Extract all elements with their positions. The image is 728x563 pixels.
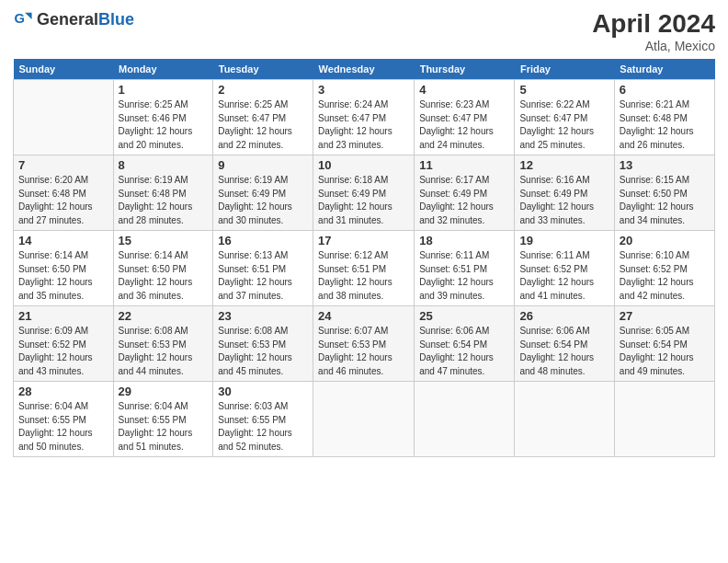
day-number: 28 bbox=[18, 385, 108, 398]
header: G GeneralBlue April 2024 Atla, Mexico bbox=[13, 9, 715, 53]
main-title: April 2024 bbox=[592, 9, 715, 39]
day-number: 8 bbox=[119, 158, 209, 172]
day-number: 29 bbox=[119, 385, 209, 398]
day-cell bbox=[515, 382, 614, 457]
day-cell: 5 Sunrise: 6:22 AMSunset: 6:47 PMDayligh… bbox=[515, 80, 614, 155]
day-detail: Sunrise: 6:24 AMSunset: 6:47 PMDaylight:… bbox=[318, 99, 392, 150]
day-cell: 29 Sunrise: 6:04 AMSunset: 6:55 PMDaylig… bbox=[113, 382, 213, 457]
day-cell: 8 Sunrise: 6:19 AMSunset: 6:48 PMDayligh… bbox=[113, 155, 213, 231]
day-cell: 4 Sunrise: 6:23 AMSunset: 6:47 PMDayligh… bbox=[415, 80, 515, 155]
day-detail: Sunrise: 6:20 AMSunset: 6:48 PMDaylight:… bbox=[18, 175, 93, 225]
title-block: April 2024 Atla, Mexico bbox=[592, 9, 715, 53]
day-number: 21 bbox=[18, 309, 108, 323]
day-detail: Sunrise: 6:04 AMSunset: 6:55 PMDaylight:… bbox=[119, 401, 193, 452]
day-cell: 17 Sunrise: 6:12 AMSunset: 6:51 PMDaylig… bbox=[313, 231, 415, 306]
day-detail: Sunrise: 6:16 AMSunset: 6:49 PMDaylight:… bbox=[519, 175, 594, 225]
day-detail: Sunrise: 6:19 AMSunset: 6:48 PMDaylight:… bbox=[119, 175, 193, 225]
day-detail: Sunrise: 6:19 AMSunset: 6:49 PMDaylight:… bbox=[218, 175, 292, 225]
week-row-4: 21 Sunrise: 6:09 AMSunset: 6:52 PMDaylig… bbox=[14, 306, 715, 382]
day-cell: 1 Sunrise: 6:25 AMSunset: 6:46 PMDayligh… bbox=[113, 80, 213, 155]
col-sunday: Sunday bbox=[14, 59, 114, 80]
day-number: 19 bbox=[519, 234, 609, 247]
day-cell: 23 Sunrise: 6:08 AMSunset: 6:53 PMDaylig… bbox=[213, 306, 313, 382]
day-number: 12 bbox=[519, 158, 609, 172]
day-detail: Sunrise: 6:06 AMSunset: 6:54 PMDaylight:… bbox=[519, 326, 594, 376]
day-number: 17 bbox=[318, 234, 409, 247]
day-number: 4 bbox=[419, 83, 509, 97]
day-cell: 6 Sunrise: 6:21 AMSunset: 6:48 PMDayligh… bbox=[614, 80, 714, 155]
day-cell: 3 Sunrise: 6:24 AMSunset: 6:47 PMDayligh… bbox=[313, 80, 415, 155]
day-cell: 11 Sunrise: 6:17 AMSunset: 6:49 PMDaylig… bbox=[415, 155, 515, 231]
day-cell: 10 Sunrise: 6:18 AMSunset: 6:49 PMDaylig… bbox=[313, 155, 415, 231]
day-cell: 26 Sunrise: 6:06 AMSunset: 6:54 PMDaylig… bbox=[515, 306, 614, 382]
day-cell bbox=[614, 382, 714, 457]
location: Atla, Mexico bbox=[592, 39, 715, 53]
day-number: 10 bbox=[318, 158, 409, 172]
day-detail: Sunrise: 6:17 AMSunset: 6:49 PMDaylight:… bbox=[419, 175, 494, 225]
day-number: 13 bbox=[620, 158, 710, 172]
logo-icon: G bbox=[13, 9, 33, 29]
day-cell: 19 Sunrise: 6:11 AMSunset: 6:52 PMDaylig… bbox=[515, 231, 614, 306]
day-number: 3 bbox=[318, 83, 409, 97]
day-number: 30 bbox=[218, 385, 308, 398]
day-detail: Sunrise: 6:11 AMSunset: 6:51 PMDaylight:… bbox=[419, 250, 494, 301]
day-cell: 12 Sunrise: 6:16 AMSunset: 6:49 PMDaylig… bbox=[515, 155, 614, 231]
day-number: 24 bbox=[318, 309, 409, 323]
day-cell: 2 Sunrise: 6:25 AMSunset: 6:47 PMDayligh… bbox=[213, 80, 313, 155]
day-cell: 18 Sunrise: 6:11 AMSunset: 6:51 PMDaylig… bbox=[415, 231, 515, 306]
day-number: 11 bbox=[419, 158, 509, 172]
day-detail: Sunrise: 6:21 AMSunset: 6:48 PMDaylight:… bbox=[620, 99, 694, 150]
day-number: 1 bbox=[119, 83, 209, 97]
day-number: 18 bbox=[419, 234, 509, 247]
col-thursday: Thursday bbox=[415, 59, 515, 80]
col-friday: Friday bbox=[515, 59, 614, 80]
day-detail: Sunrise: 6:23 AMSunset: 6:47 PMDaylight:… bbox=[419, 99, 494, 150]
day-detail: Sunrise: 6:15 AMSunset: 6:50 PMDaylight:… bbox=[620, 175, 694, 225]
day-detail: Sunrise: 6:13 AMSunset: 6:51 PMDaylight:… bbox=[218, 250, 292, 301]
day-detail: Sunrise: 6:12 AMSunset: 6:51 PMDaylight:… bbox=[318, 250, 392, 301]
day-cell: 13 Sunrise: 6:15 AMSunset: 6:50 PMDaylig… bbox=[614, 155, 714, 231]
day-detail: Sunrise: 6:06 AMSunset: 6:54 PMDaylight:… bbox=[419, 326, 494, 376]
week-row-3: 14 Sunrise: 6:14 AMSunset: 6:50 PMDaylig… bbox=[14, 231, 715, 306]
page-container: G GeneralBlue April 2024 Atla, Mexico Su… bbox=[0, 0, 728, 466]
week-row-5: 28 Sunrise: 6:04 AMSunset: 6:55 PMDaylig… bbox=[14, 382, 715, 457]
svg-marker-1 bbox=[25, 13, 31, 19]
day-cell: 27 Sunrise: 6:05 AMSunset: 6:54 PMDaylig… bbox=[614, 306, 714, 382]
day-detail: Sunrise: 6:10 AMSunset: 6:52 PMDaylight:… bbox=[620, 250, 694, 301]
col-monday: Monday bbox=[113, 59, 213, 80]
day-detail: Sunrise: 6:08 AMSunset: 6:53 PMDaylight:… bbox=[119, 326, 193, 376]
day-cell: 7 Sunrise: 6:20 AMSunset: 6:48 PMDayligh… bbox=[14, 155, 114, 231]
day-detail: Sunrise: 6:09 AMSunset: 6:52 PMDaylight:… bbox=[18, 326, 93, 376]
day-cell: 15 Sunrise: 6:14 AMSunset: 6:50 PMDaylig… bbox=[113, 231, 213, 306]
day-cell: 25 Sunrise: 6:06 AMSunset: 6:54 PMDaylig… bbox=[415, 306, 515, 382]
day-detail: Sunrise: 6:04 AMSunset: 6:55 PMDaylight:… bbox=[18, 401, 93, 452]
day-detail: Sunrise: 6:25 AMSunset: 6:47 PMDaylight:… bbox=[218, 99, 292, 150]
day-number: 2 bbox=[218, 83, 308, 97]
day-number: 27 bbox=[620, 309, 710, 323]
day-cell bbox=[313, 382, 415, 457]
day-number: 23 bbox=[218, 309, 308, 323]
day-detail: Sunrise: 6:14 AMSunset: 6:50 PMDaylight:… bbox=[18, 250, 93, 301]
week-row-2: 7 Sunrise: 6:20 AMSunset: 6:48 PMDayligh… bbox=[14, 155, 715, 231]
day-cell: 28 Sunrise: 6:04 AMSunset: 6:55 PMDaylig… bbox=[14, 382, 114, 457]
day-detail: Sunrise: 6:08 AMSunset: 6:53 PMDaylight:… bbox=[218, 326, 292, 376]
logo-general: General bbox=[37, 10, 98, 29]
day-number: 9 bbox=[218, 158, 308, 172]
day-cell: 22 Sunrise: 6:08 AMSunset: 6:53 PMDaylig… bbox=[113, 306, 213, 382]
svg-text:G: G bbox=[14, 11, 24, 26]
day-number: 20 bbox=[620, 234, 710, 247]
col-wednesday: Wednesday bbox=[313, 59, 415, 80]
day-detail: Sunrise: 6:03 AMSunset: 6:55 PMDaylight:… bbox=[218, 401, 292, 452]
header-row: Sunday Monday Tuesday Wednesday Thursday… bbox=[14, 59, 715, 80]
col-saturday: Saturday bbox=[614, 59, 714, 80]
day-detail: Sunrise: 6:22 AMSunset: 6:47 PMDaylight:… bbox=[519, 99, 594, 150]
day-cell: 20 Sunrise: 6:10 AMSunset: 6:52 PMDaylig… bbox=[614, 231, 714, 306]
day-number: 26 bbox=[519, 309, 609, 323]
day-number: 6 bbox=[620, 83, 710, 97]
day-number: 5 bbox=[519, 83, 609, 97]
day-cell: 9 Sunrise: 6:19 AMSunset: 6:49 PMDayligh… bbox=[213, 155, 313, 231]
day-detail: Sunrise: 6:11 AMSunset: 6:52 PMDaylight:… bbox=[519, 250, 594, 301]
day-cell: 14 Sunrise: 6:14 AMSunset: 6:50 PMDaylig… bbox=[14, 231, 114, 306]
logo-text: GeneralBlue bbox=[37, 10, 134, 29]
day-detail: Sunrise: 6:14 AMSunset: 6:50 PMDaylight:… bbox=[119, 250, 193, 301]
